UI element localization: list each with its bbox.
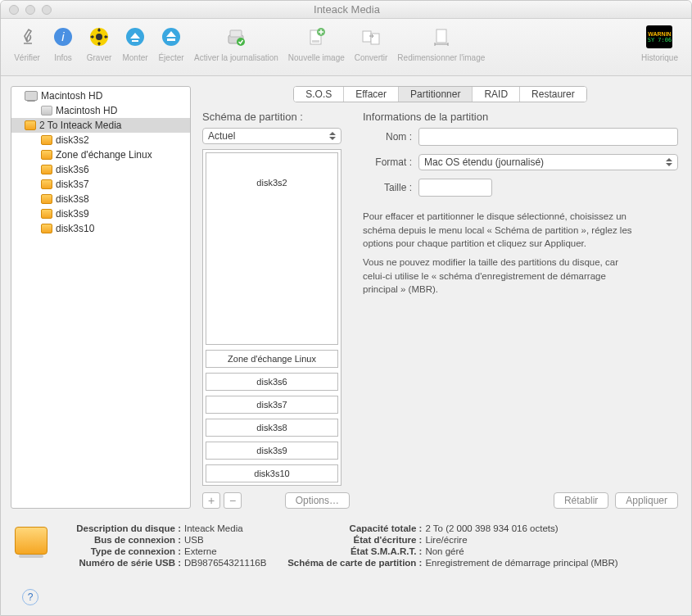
tab-sos[interactable]: S.O.S	[294, 87, 344, 102]
microscope-icon	[14, 24, 40, 50]
sidebar-item-1[interactable]: Macintosh HD	[11, 103, 190, 118]
convert-button[interactable]: Convertir	[350, 24, 393, 62]
sidebar-item-7[interactable]: disk3s8	[11, 192, 190, 206]
burn-button[interactable]: Graver	[81, 24, 117, 62]
minimize-window-button[interactable]	[25, 5, 35, 15]
svg-rect-10	[312, 40, 319, 43]
format-label: Format :	[363, 156, 412, 168]
info-row: Description du disque :Inteack Media	[58, 523, 266, 533]
info-row: Type de connexion :Externe	[58, 546, 266, 556]
sidebar-item-5[interactable]: disk3s6	[11, 162, 190, 177]
external-volume-icon	[41, 224, 52, 233]
info-key: État S.M.A.R.T. :	[283, 546, 422, 556]
close-window-button[interactable]	[9, 5, 19, 15]
format-dropdown[interactable]: Mac OS étendu (journalisé)	[418, 154, 678, 170]
external-volume-icon	[41, 179, 52, 189]
resize-image-button[interactable]: Redimensionner l'image	[392, 24, 490, 62]
options-button[interactable]: Options…	[285, 492, 350, 509]
partition-block[interactable]: disk3s7	[206, 396, 338, 414]
info-value: Externe	[184, 546, 217, 556]
info-value: Lire/écrire	[425, 535, 467, 545]
info-key: Type de connexion :	[58, 546, 181, 556]
burn-icon	[86, 24, 112, 50]
external-volume-icon	[41, 150, 52, 160]
scheme-dropdown[interactable]: Actuel	[202, 128, 341, 144]
info-row: Schéma de carte de partition :Enregistre…	[283, 558, 617, 568]
info-row: État S.M.A.R.T. :Non géré	[283, 546, 617, 556]
enable-journaling-button[interactable]: Activer la journalisation	[189, 24, 283, 62]
info-key: Bus de connexion :	[58, 535, 181, 545]
external-volume-icon	[25, 120, 36, 130]
partition-block[interactable]: disk3s9	[206, 442, 338, 460]
external-volume-icon	[41, 165, 52, 174]
external-volume-icon	[41, 135, 52, 145]
tab-restaurer[interactable]: Restaurer	[520, 87, 586, 102]
info-button[interactable]: i Infos	[45, 24, 81, 62]
svg-point-8	[237, 38, 245, 46]
partition-block[interactable]: disk3s6	[206, 373, 338, 391]
size-label: Taille :	[363, 182, 412, 193]
titlebar: Inteack Media	[1, 1, 691, 19]
external-volume-icon	[41, 209, 52, 219]
info-value: Non géré	[425, 546, 464, 556]
info-icon: i	[50, 24, 76, 50]
sidebar-item-8[interactable]: disk3s9	[11, 206, 190, 221]
zoom-window-button[interactable]	[42, 5, 52, 15]
sidebar-item-9[interactable]: disk3s10	[11, 221, 190, 236]
info-value: DB987654321116B	[184, 558, 266, 568]
sidebar-item-2[interactable]: 2 To Inteack Media	[11, 118, 190, 133]
remove-partition-button[interactable]: −	[224, 492, 242, 509]
info-key: Capacité totale :	[283, 523, 422, 533]
name-field[interactable]	[418, 128, 678, 146]
add-partition-button[interactable]: +	[202, 492, 220, 509]
footer: ? Description du disque :Inteack MediaBu…	[1, 519, 691, 614]
eject-button[interactable]: Éjecter	[153, 24, 189, 62]
name-label: Nom :	[363, 131, 412, 143]
disk-utility-window: Inteack Media Vérifier i Infos Graver	[0, 0, 692, 616]
window-controls	[1, 5, 52, 15]
disk-list[interactable]: Macintosh HDMacintosh HD2 To Inteack Med…	[11, 86, 191, 509]
mount-button[interactable]: Monter	[117, 24, 153, 62]
toolbar: Vérifier i Infos Graver Monter Éjecter	[1, 19, 691, 76]
new-image-icon	[303, 24, 329, 50]
partition-info-heading: Informations de la partition	[363, 111, 678, 123]
info-value: Inteack Media	[184, 523, 243, 533]
internal-disk-icon	[25, 91, 38, 101]
convert-icon	[358, 24, 384, 50]
new-image-button[interactable]: Nouvelle image	[283, 24, 350, 62]
partition-block[interactable]: disk3s2	[206, 152, 338, 345]
window-title: Inteack Media	[52, 3, 642, 16]
sidebar-item-0[interactable]: Macintosh HD	[11, 88, 190, 103]
help-button[interactable]: ?	[22, 589, 38, 605]
partition-panel: Schéma de partition : Actuel disk3s2Zone…	[199, 111, 681, 509]
external-volume-icon	[41, 194, 52, 204]
verify-button[interactable]: Vérifier	[9, 24, 45, 62]
tab-partitionner[interactable]: Partitionner	[399, 87, 473, 102]
revert-button[interactable]: Rétablir	[554, 492, 608, 509]
info-key: Description du disque :	[58, 523, 181, 533]
scheme-heading: Schéma de partition :	[202, 111, 350, 123]
resize-icon	[428, 24, 455, 50]
sidebar-item-4[interactable]: Zone d'échange Linux	[11, 147, 190, 162]
sidebar-item-6[interactable]: disk3s7	[11, 177, 190, 192]
history-icon: WARNINSY 7:06	[646, 24, 672, 50]
content-area: Macintosh HDMacintosh HD2 To Inteack Med…	[1, 76, 691, 519]
help-text-2: Vous ne pouvez modifier la taille des pa…	[363, 256, 641, 297]
info-key: Numéro de série USB :	[58, 558, 181, 568]
help-text-1: Pour effacer et partitionner le disque s…	[363, 210, 641, 251]
sidebar-item-label: Macintosh HD	[41, 90, 102, 102]
apply-button[interactable]: Appliquer	[615, 492, 678, 509]
disk-icon	[12, 523, 50, 558]
tab-effacer[interactable]: Effacer	[344, 87, 399, 102]
partition-layout[interactable]: disk3s2Zone d'échange Linuxdisk3s6disk3s…	[202, 149, 341, 486]
sidebar-item-label: disk3s10	[56, 223, 94, 234]
eject-icon	[158, 24, 184, 50]
history-button[interactable]: WARNINSY 7:06 Historique	[636, 24, 683, 62]
partition-block[interactable]: disk3s8	[206, 419, 338, 437]
sidebar-item-label: disk3s8	[56, 193, 89, 205]
size-field[interactable]	[418, 179, 492, 197]
partition-block[interactable]: Zone d'échange Linux	[206, 350, 338, 368]
sidebar-item-3[interactable]: disk3s2	[11, 133, 190, 147]
partition-block[interactable]: disk3s10	[206, 464, 338, 482]
tab-raid[interactable]: RAID	[473, 87, 520, 102]
